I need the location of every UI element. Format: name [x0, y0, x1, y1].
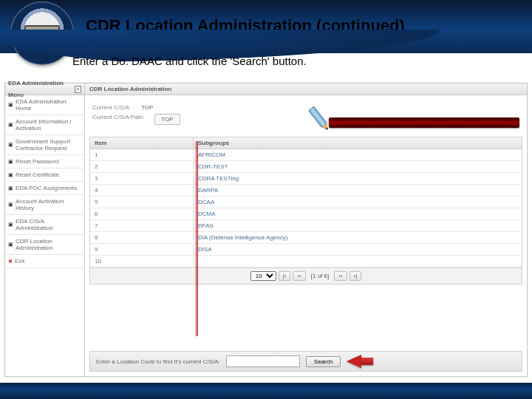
bullet-icon: ▣ [8, 102, 13, 108]
search-bar: Enter a Location Code to find it's curre… [89, 351, 522, 372]
row-name: DISA [194, 244, 522, 255]
main-panel: CDR Location Administration Current C/S/… [85, 83, 527, 376]
annotation-red-bar [329, 117, 519, 128]
row-name: DCMA [194, 208, 522, 219]
row-name: CDR-TEST [194, 161, 522, 172]
sidebar-item-csa-admin[interactable]: ▣EDA C/S/A Administration [5, 215, 84, 235]
row-index: 4 [90, 185, 194, 196]
bullet-icon: ▣ [8, 172, 13, 178]
row-index: 3 [90, 173, 194, 184]
row-name: DARPA [194, 185, 522, 196]
row-index: 8 [90, 232, 194, 243]
annotation-vline [197, 141, 198, 336]
sidebar-item-label: Reset Certificate [16, 171, 59, 178]
table-row[interactable]: 1AFRICOM [90, 149, 522, 161]
row-name: AFRICOM [194, 149, 522, 160]
sidebar-item-activation-history[interactable]: ▣Account Activation History [5, 195, 84, 215]
sidebar-item-label: Reset Password [16, 158, 58, 165]
table-row[interactable]: 7DFAS [90, 220, 522, 232]
table-row[interactable]: 3CDRA TESTing [90, 173, 522, 185]
table-header: Item Subgroups [90, 137, 522, 149]
sidebar-item-poc-assignments[interactable]: ▣EDA POC Assignments [5, 182, 84, 195]
sidebar-item-account-info[interactable]: ▣Account Information / Activation [5, 115, 84, 135]
sidebar-item-cdr-location-admin[interactable]: ▣CDR Location Administration [5, 235, 84, 255]
sidebar-item-exit[interactable]: ✖Exit [5, 255, 84, 268]
subgroups-table: Item Subgroups 1AFRICOM 2CDR-TEST 3CDRA … [89, 137, 522, 284]
row-name: DCAA [194, 197, 522, 208]
slide-footer [0, 383, 532, 399]
row-index: 6 [90, 208, 194, 219]
row-index: 1 [90, 149, 194, 160]
bullet-icon: ▣ [8, 242, 13, 248]
table-row[interactable]: 4DARPA [90, 185, 522, 197]
slide-subtitle: Enter a Do. DAAC and click the 'Search' … [72, 55, 307, 67]
sidebar-item-label: Account Activation History [16, 198, 81, 211]
slide-title: CDR Location Administration (continued) [86, 16, 525, 35]
table-row[interactable]: 10 [90, 256, 522, 267]
app-screenshot-frame: EDA Administration Menu ‹ ▣EDA Administr… [4, 83, 528, 377]
bullet-icon: ▣ [8, 142, 13, 148]
breadcrumb: CDR Location Administration [85, 83, 527, 95]
row-name: CDRA TESTing [194, 173, 522, 184]
current-path-label: Current C/S/A Path: [92, 114, 144, 125]
row-index: 10 [90, 256, 194, 267]
sidebar-item-home[interactable]: ▣EDA Administration Home [5, 95, 84, 115]
col-subgroups-header: Subgroups [194, 137, 522, 149]
sidebar: EDA Administration Menu ‹ ▣EDA Administr… [5, 83, 85, 376]
row-index: 7 [90, 220, 194, 231]
bullet-icon: ▣ [8, 222, 13, 228]
pager-first-button[interactable]: |‹ [279, 271, 291, 281]
row-index: 9 [90, 244, 194, 255]
page-size-select[interactable]: 10 [250, 271, 276, 281]
sidebar-header-label: EDA Administration Menu [8, 78, 75, 101]
sidebar-item-label: Government Support Contractor Request [16, 138, 81, 151]
slide-banner: CDR Location Administration (continued) [0, 0, 532, 53]
sidebar-item-label: CDR Location Administration [16, 238, 81, 251]
pager-prev-button[interactable]: ‹‹ [293, 271, 305, 281]
table-row[interactable]: 8DIA (Defense Intelligence Agency) [90, 232, 522, 244]
meta-block: Current C/S/A: TOP Current C/S/A Path: T… [85, 95, 527, 134]
annotation-red-arrow-icon [347, 355, 361, 368]
bullet-icon: ▣ [8, 185, 13, 191]
sidebar-item-label: EDA Administration Home [16, 98, 81, 112]
row-name [194, 256, 522, 267]
sidebar-item-label: EDA POC Assignments [16, 185, 77, 191]
row-name: DIA (Defense Intelligence Agency) [194, 232, 522, 243]
table-row[interactable]: 6DCMA [90, 208, 522, 220]
sidebar-header: EDA Administration Menu ‹ [5, 83, 84, 95]
table-row[interactable]: 9DISA [90, 244, 522, 256]
table-row[interactable]: 2CDR-TEST [90, 161, 522, 173]
pager-status: [1 of 6] [308, 273, 332, 279]
row-index: 2 [90, 161, 194, 172]
sidebar-item-label: Account Information / Activation [16, 118, 81, 132]
sidebar-item-reset-password[interactable]: ▣Reset Password [5, 155, 84, 168]
sidebar-item-reset-certificate[interactable]: ▣Reset Certificate [5, 168, 84, 182]
row-name: DFAS [194, 220, 522, 231]
sidebar-collapse-button[interactable]: ‹ [75, 86, 81, 93]
current-csa-value: TOP [141, 104, 153, 111]
search-prompt: Enter a Location Code to find it's curre… [96, 358, 220, 365]
current-csa-label: Current C/S/A: [92, 104, 131, 111]
agency-seal [10, 1, 74, 65]
current-path-pill[interactable]: TOP [154, 114, 180, 125]
search-button[interactable]: Search [306, 356, 341, 367]
pager-last-button[interactable]: ›| [349, 271, 362, 281]
col-item-header: Item [90, 137, 194, 149]
bullet-icon: ▣ [8, 202, 13, 208]
bullet-icon: ▣ [8, 122, 13, 128]
pager: 10 |‹ ‹‹ [1 of 6] ›› ›| [90, 267, 522, 284]
exit-icon: ✖ [8, 259, 13, 265]
sidebar-item-label: EDA C/S/A Administration [16, 218, 81, 231]
pager-next-button[interactable]: ›› [334, 271, 347, 281]
sidebar-item-gsc-request[interactable]: ▣Government Support Contractor Request [5, 135, 84, 155]
sidebar-item-label: Exit [15, 258, 24, 265]
table-row[interactable]: 5DCAA [90, 197, 522, 208]
bullet-icon: ▣ [8, 159, 13, 165]
annotation-vline [196, 141, 197, 336]
row-index: 5 [90, 197, 194, 208]
location-code-input[interactable] [226, 355, 300, 367]
